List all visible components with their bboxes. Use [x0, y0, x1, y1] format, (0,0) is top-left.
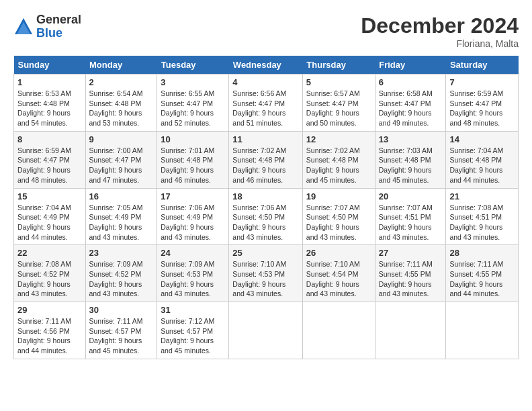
calendar-cell: 31Sunrise: 7:12 AMSunset: 4:57 PMDayligh… [157, 302, 229, 359]
day-number: 22 [17, 248, 82, 258]
day-info: Sunrise: 6:55 AMSunset: 4:47 PMDaylight:… [161, 89, 225, 128]
calendar-week-5: 29Sunrise: 7:11 AMSunset: 4:56 PMDayligh… [14, 302, 519, 359]
day-number: 9 [89, 134, 154, 144]
day-info: Sunrise: 7:07 AMSunset: 4:51 PMDaylight:… [379, 203, 443, 242]
day-info: Sunrise: 7:09 AMSunset: 4:52 PMDaylight:… [89, 259, 154, 299]
day-number: 17 [161, 191, 225, 201]
day-number: 5 [306, 77, 371, 87]
calendar-cell: 22Sunrise: 7:08 AMSunset: 4:52 PMDayligh… [14, 245, 86, 302]
page-header: General Blue December 2024 Floriana, Mal… [13, 13, 519, 49]
location: Floriana, Malta [361, 38, 519, 49]
day-info: Sunrise: 7:11 AMSunset: 4:55 PMDaylight:… [449, 259, 515, 299]
day-info: Sunrise: 7:08 AMSunset: 4:51 PMDaylight:… [449, 203, 515, 242]
day-number: 14 [449, 134, 515, 144]
calendar-header-tuesday: Tuesday [157, 56, 229, 75]
day-info: Sunrise: 6:54 AMSunset: 4:48 PMDaylight:… [89, 89, 154, 128]
calendar-cell: 27Sunrise: 7:11 AMSunset: 4:55 PMDayligh… [375, 245, 446, 302]
calendar-body: 1Sunrise: 6:53 AMSunset: 4:48 PMDaylight… [14, 75, 519, 359]
day-info: Sunrise: 7:07 AMSunset: 4:50 PMDaylight:… [306, 203, 371, 242]
calendar-cell: 10Sunrise: 7:01 AMSunset: 4:48 PMDayligh… [157, 131, 229, 188]
calendar-header-row: SundayMondayTuesdayWednesdayThursdayFrid… [14, 56, 519, 75]
calendar-cell: 17Sunrise: 7:06 AMSunset: 4:49 PMDayligh… [157, 188, 229, 245]
calendar-cell [446, 302, 519, 359]
day-info: Sunrise: 7:09 AMSunset: 4:53 PMDaylight:… [161, 259, 225, 299]
title-block: December 2024 Floriana, Malta [361, 13, 519, 49]
calendar-cell: 12Sunrise: 7:02 AMSunset: 4:48 PMDayligh… [302, 131, 375, 188]
day-number: 7 [449, 77, 515, 87]
day-number: 25 [232, 248, 299, 258]
calendar-cell: 6Sunrise: 6:58 AMSunset: 4:47 PMDaylight… [375, 75, 446, 132]
calendar-cell: 20Sunrise: 7:07 AMSunset: 4:51 PMDayligh… [375, 188, 446, 245]
calendar-cell: 16Sunrise: 7:05 AMSunset: 4:49 PMDayligh… [85, 188, 157, 245]
calendar-week-2: 8Sunrise: 6:59 AMSunset: 4:47 PMDaylight… [14, 131, 519, 188]
day-info: Sunrise: 7:11 AMSunset: 4:56 PMDaylight:… [17, 316, 82, 356]
day-info: Sunrise: 6:58 AMSunset: 4:47 PMDaylight:… [379, 89, 443, 128]
calendar-cell: 18Sunrise: 7:06 AMSunset: 4:50 PMDayligh… [229, 188, 303, 245]
day-number: 19 [306, 191, 371, 201]
calendar-week-1: 1Sunrise: 6:53 AMSunset: 4:48 PMDaylight… [14, 75, 519, 132]
day-number: 16 [89, 191, 154, 201]
calendar-week-3: 15Sunrise: 7:04 AMSunset: 4:49 PMDayligh… [14, 188, 519, 245]
calendar-header-saturday: Saturday [446, 56, 519, 75]
day-number: 1 [17, 77, 82, 87]
day-info: Sunrise: 7:05 AMSunset: 4:49 PMDaylight:… [89, 203, 154, 242]
day-number: 28 [449, 248, 515, 258]
day-info: Sunrise: 7:10 AMSunset: 4:54 PMDaylight:… [306, 259, 371, 299]
day-info: Sunrise: 7:04 AMSunset: 4:49 PMDaylight:… [17, 203, 82, 242]
day-number: 31 [161, 305, 225, 315]
day-number: 4 [232, 77, 299, 87]
logo-blue: Blue [36, 27, 81, 40]
calendar-header-sunday: Sunday [14, 56, 86, 75]
calendar-cell: 7Sunrise: 6:59 AMSunset: 4:47 PMDaylight… [446, 75, 519, 132]
day-info: Sunrise: 7:03 AMSunset: 4:48 PMDaylight:… [379, 146, 443, 185]
calendar-cell: 25Sunrise: 7:10 AMSunset: 4:53 PMDayligh… [229, 245, 303, 302]
calendar-cell: 9Sunrise: 7:00 AMSunset: 4:47 PMDaylight… [85, 131, 157, 188]
calendar-cell: 1Sunrise: 6:53 AMSunset: 4:48 PMDaylight… [14, 75, 86, 132]
day-number: 30 [89, 305, 154, 315]
calendar-cell: 19Sunrise: 7:07 AMSunset: 4:50 PMDayligh… [302, 188, 375, 245]
day-number: 3 [161, 77, 225, 87]
calendar-cell: 4Sunrise: 6:56 AMSunset: 4:47 PMDaylight… [229, 75, 303, 132]
calendar-header-wednesday: Wednesday [229, 56, 303, 75]
day-info: Sunrise: 7:02 AMSunset: 4:48 PMDaylight:… [306, 146, 371, 185]
calendar-header-monday: Monday [85, 56, 157, 75]
day-info: Sunrise: 7:11 AMSunset: 4:57 PMDaylight:… [89, 316, 154, 356]
calendar-cell [302, 302, 375, 359]
calendar-table: SundayMondayTuesdayWednesdayThursdayFrid… [13, 56, 519, 359]
day-info: Sunrise: 7:06 AMSunset: 4:49 PMDaylight:… [161, 203, 225, 242]
day-info: Sunrise: 6:53 AMSunset: 4:48 PMDaylight:… [17, 89, 82, 128]
logo-general: General [36, 13, 81, 27]
calendar-cell: 8Sunrise: 6:59 AMSunset: 4:47 PMDaylight… [14, 131, 86, 188]
calendar-cell: 26Sunrise: 7:10 AMSunset: 4:54 PMDayligh… [302, 245, 375, 302]
day-number: 29 [17, 305, 82, 315]
day-info: Sunrise: 7:02 AMSunset: 4:48 PMDaylight:… [232, 146, 299, 185]
day-number: 8 [17, 134, 82, 144]
day-number: 20 [379, 191, 443, 201]
day-info: Sunrise: 7:10 AMSunset: 4:53 PMDaylight:… [232, 259, 299, 299]
logo-icon [13, 17, 34, 37]
calendar-cell: 5Sunrise: 6:57 AMSunset: 4:47 PMDaylight… [302, 75, 375, 132]
calendar-cell: 15Sunrise: 7:04 AMSunset: 4:49 PMDayligh… [14, 188, 86, 245]
month-title: December 2024 [361, 13, 519, 38]
calendar-cell [375, 302, 446, 359]
day-number: 23 [89, 248, 154, 258]
day-number: 15 [17, 191, 82, 201]
calendar-cell [229, 302, 303, 359]
calendar-header-friday: Friday [375, 56, 446, 75]
calendar-cell: 23Sunrise: 7:09 AMSunset: 4:52 PMDayligh… [85, 245, 157, 302]
day-info: Sunrise: 6:59 AMSunset: 4:47 PMDaylight:… [449, 89, 515, 128]
day-number: 13 [379, 134, 443, 144]
day-number: 18 [232, 191, 299, 201]
logo: General Blue [13, 13, 81, 40]
calendar-cell: 29Sunrise: 7:11 AMSunset: 4:56 PMDayligh… [14, 302, 86, 359]
day-number: 24 [161, 248, 225, 258]
calendar-cell: 28Sunrise: 7:11 AMSunset: 4:55 PMDayligh… [446, 245, 519, 302]
day-number: 10 [161, 134, 225, 144]
day-info: Sunrise: 6:57 AMSunset: 4:47 PMDaylight:… [306, 89, 371, 128]
day-number: 6 [379, 77, 443, 87]
calendar-cell: 13Sunrise: 7:03 AMSunset: 4:48 PMDayligh… [375, 131, 446, 188]
day-number: 26 [306, 248, 371, 258]
day-number: 21 [449, 191, 515, 201]
day-info: Sunrise: 7:12 AMSunset: 4:57 PMDaylight:… [161, 316, 225, 356]
day-number: 11 [232, 134, 299, 144]
